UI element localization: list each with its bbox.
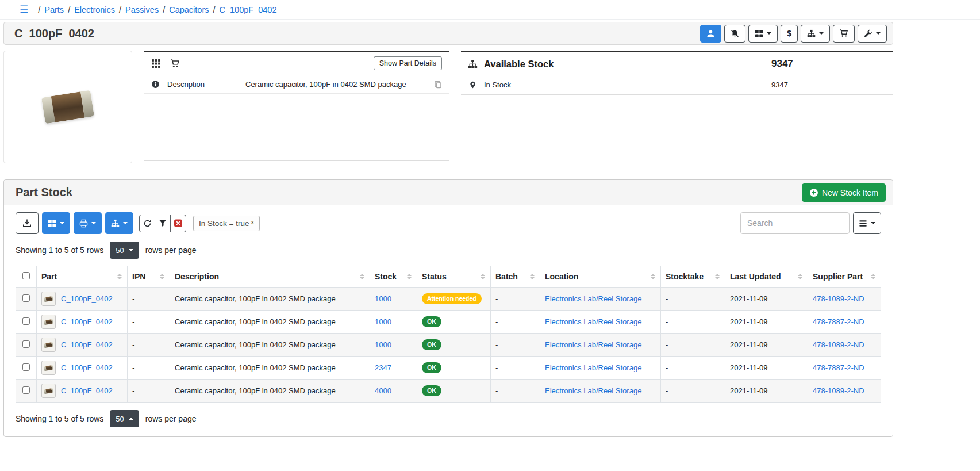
part-cell: C_100pF_0402	[37, 380, 128, 403]
status-cell: OK	[417, 380, 491, 403]
breadcrumb-item[interactable]: Electronics	[74, 5, 115, 14]
table-view-dropdown[interactable]	[853, 212, 881, 234]
new-stock-item-button[interactable]: New Stock Item	[802, 183, 886, 202]
stock-link[interactable]: 1000	[375, 340, 391, 349]
table-row: C_100pF_0402 - Ceramic capacitor, 100pF …	[16, 311, 881, 334]
sort-icon	[160, 274, 164, 279]
part-link[interactable]: C_100pF_0402	[61, 386, 113, 395]
order-button[interactable]	[833, 25, 855, 43]
column-header-supplier-part[interactable]: Supplier Part	[808, 266, 881, 288]
part-actions-dropdown[interactable]	[858, 25, 887, 43]
capacitor-image	[41, 90, 94, 124]
export-button[interactable]	[16, 212, 39, 234]
row-checkbox[interactable]	[22, 340, 30, 348]
page-size-dropdown[interactable]: 50	[110, 410, 139, 427]
clear-filters-button[interactable]	[170, 215, 186, 232]
menu-button[interactable]: ☰	[20, 5, 28, 14]
breadcrumb-item[interactable]: Parts	[44, 5, 64, 14]
column-header-batch[interactable]: Batch	[491, 266, 540, 288]
supplier-part-link[interactable]: 478-1089-2-ND	[813, 294, 864, 303]
filter-tag-label: In Stock = true	[199, 219, 249, 228]
column-header-last-updated[interactable]: Last Updated	[725, 266, 808, 288]
part-link[interactable]: C_100pF_0402	[61, 317, 113, 326]
subscribe-button[interactable]	[700, 25, 721, 43]
supplier-part-link[interactable]: 478-7887-2-ND	[813, 317, 864, 326]
pagination-bottom: Showing 1 to 5 of 5 rows 50 rows per pag…	[16, 410, 881, 427]
breadcrumb-item[interactable]: Passives	[125, 5, 159, 14]
description-cell: Ceramic capacitor, 100pF in 0402 SMD pac…	[170, 334, 370, 357]
sort-icon	[651, 274, 655, 279]
row-checkbox[interactable]	[22, 386, 30, 394]
part-link[interactable]: C_100pF_0402	[61, 294, 113, 303]
select-all-checkbox[interactable]	[22, 272, 30, 279]
filter-tag: In Stock = true x	[193, 216, 260, 231]
clear-filter-icon	[174, 219, 183, 228]
sort-icon	[798, 274, 802, 279]
location-link[interactable]: Electronics Lab/Reel Storage	[545, 386, 641, 395]
part-cell: C_100pF_0402	[37, 288, 128, 311]
shopping-cart-icon	[170, 59, 180, 68]
column-header-status[interactable]: Status	[417, 266, 491, 288]
barcode-actions-dropdown[interactable]	[748, 25, 778, 43]
stock-options-dropdown[interactable]	[105, 212, 133, 234]
select-all-checkbox-header[interactable]	[16, 266, 37, 288]
description-cell: Ceramic capacitor, 100pF in 0402 SMD pac…	[170, 380, 370, 403]
supplier-part-link[interactable]: 478-1089-2-ND	[813, 340, 864, 349]
refresh-button[interactable]	[139, 215, 155, 232]
page-size-dropdown[interactable]: 50	[110, 242, 139, 259]
supplier-part-link[interactable]: 478-1089-2-ND	[813, 386, 864, 395]
user-icon	[706, 29, 715, 38]
stock-cell: 1000	[370, 288, 417, 311]
map-marker-icon	[469, 81, 476, 89]
page-size-value: 50	[116, 415, 124, 423]
location-link[interactable]: Electronics Lab/Reel Storage	[545, 317, 641, 326]
ipn-cell: -	[128, 288, 170, 311]
row-checkbox[interactable]	[22, 317, 30, 325]
supplier-part-cell: 478-7887-2-ND	[808, 357, 881, 380]
filter-tag-remove[interactable]: x	[251, 219, 254, 225]
print-actions-dropdown[interactable]	[74, 212, 102, 234]
show-part-details-button[interactable]: Show Part Details	[374, 56, 442, 70]
breadcrumb-bar: ☰ /Parts/Electronics/Passives/Capacitors…	[0, 0, 980, 20]
column-header-description[interactable]: Description	[170, 266, 370, 288]
column-header-stock[interactable]: Stock	[370, 266, 417, 288]
stock-cell: 2347	[370, 357, 417, 380]
part-link[interactable]: C_100pF_0402	[61, 340, 113, 349]
part-image[interactable]	[3, 51, 132, 163]
ipn-cell: -	[128, 380, 170, 403]
ipn-cell: -	[128, 334, 170, 357]
stock-link[interactable]: 2347	[375, 363, 391, 372]
stock-actions-dropdown[interactable]	[801, 25, 830, 43]
copy-icon[interactable]	[434, 81, 442, 89]
sort-icon	[360, 274, 364, 279]
last-updated-cell: 2021-11-09	[725, 357, 808, 380]
column-header-stocktake[interactable]: Stocktake	[661, 266, 725, 288]
breadcrumb-item[interactable]: C_100pF_0402	[220, 5, 277, 14]
supplier-part-link[interactable]: 478-7887-2-ND	[813, 363, 864, 372]
part-stock-panel: Part Stock New Stock Item	[3, 179, 893, 437]
barcode-actions-dropdown[interactable]	[42, 212, 70, 234]
column-header-ipn[interactable]: IPN	[128, 266, 170, 288]
stock-link[interactable]: 1000	[375, 294, 391, 303]
breadcrumb-item[interactable]: Capacitors	[169, 5, 209, 14]
search-input[interactable]	[740, 212, 850, 234]
location-link[interactable]: Electronics Lab/Reel Storage	[545, 340, 641, 349]
stock-link[interactable]: 4000	[375, 386, 391, 395]
stock-link[interactable]: 1000	[375, 317, 391, 326]
part-thumbnail	[41, 338, 56, 352]
rows-per-page-label: rows per page	[145, 414, 197, 423]
caret-down-icon	[876, 32, 881, 35]
breadcrumb-separator: /	[68, 5, 70, 14]
filter-button[interactable]	[155, 215, 171, 232]
row-checkbox[interactable]	[22, 294, 30, 302]
location-link[interactable]: Electronics Lab/Reel Storage	[545, 294, 641, 303]
column-header-location[interactable]: Location	[540, 266, 661, 288]
status-badge: OK	[422, 385, 441, 397]
part-link[interactable]: C_100pF_0402	[61, 363, 113, 372]
location-link[interactable]: Electronics Lab/Reel Storage	[545, 363, 641, 372]
part-thumbnail	[41, 384, 56, 398]
pricing-button[interactable]: $	[781, 25, 798, 43]
row-checkbox[interactable]	[22, 363, 30, 371]
column-header-part[interactable]: Part	[37, 266, 128, 288]
notifications-off-button[interactable]	[724, 25, 745, 43]
